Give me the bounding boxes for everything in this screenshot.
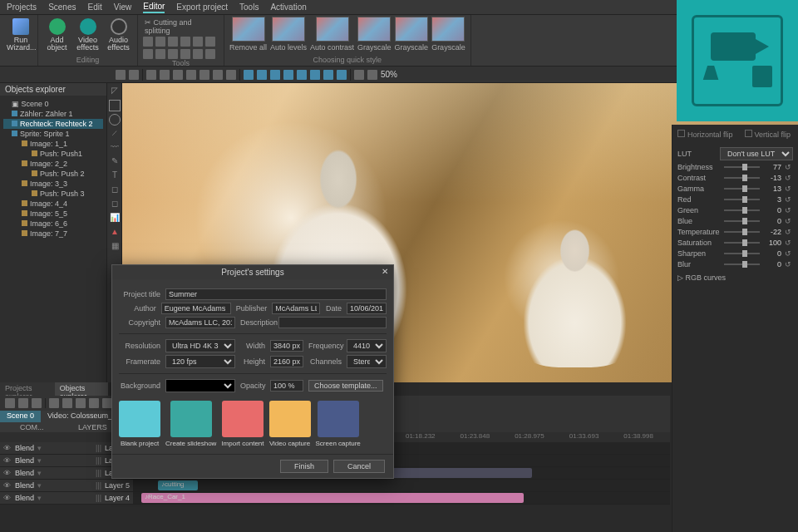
pointer-icon[interactable]: ◸ (109, 86, 121, 97)
reset-icon[interactable]: ↺ (785, 174, 793, 182)
chart-icon[interactable]: 📊 (109, 213, 121, 224)
visibility-icon[interactable]: 👁 (3, 494, 12, 502)
contrast-slider[interactable] (724, 177, 760, 179)
align-icon[interactable] (323, 70, 333, 80)
counter-icon[interactable]: ◻ (109, 199, 121, 210)
visibility-icon[interactable]: 👁 (3, 456, 12, 465)
tree-item[interactable]: Image: 3_3 (3, 179, 103, 189)
timeline-clip[interactable]: ♪cutting (158, 480, 198, 490)
menu-edit[interactable]: Edit (87, 2, 101, 12)
author-input[interactable] (161, 303, 231, 314)
toolbar-icon[interactable] (186, 70, 196, 80)
tool-icon[interactable] (205, 49, 215, 59)
style-thumb[interactable] (232, 17, 265, 42)
tool-icon[interactable] (193, 37, 203, 47)
gamma-slider[interactable] (724, 188, 760, 190)
description-input[interactable] (278, 317, 387, 328)
tool-icon[interactable] (180, 37, 190, 47)
height-input[interactable] (270, 356, 303, 367)
reset-icon[interactable]: ↺ (785, 163, 793, 171)
reset-icon[interactable]: ↺ (785, 185, 793, 193)
pen-icon[interactable]: ✎ (109, 156, 121, 168)
green-slider[interactable] (724, 209, 760, 211)
style-thumb[interactable] (316, 17, 349, 42)
date-input[interactable] (347, 303, 387, 314)
tree-item[interactable]: Zähler: Zähler 1 (3, 109, 103, 119)
tool-icon[interactable] (180, 49, 190, 59)
timeline-clip[interactable]: ♪Race_Car_1 (141, 493, 524, 503)
resolution-select[interactable]: Ultra HD 4K 3840x2160 pixels (16:9) (165, 339, 235, 352)
image-icon[interactable]: ▦ (109, 241, 121, 253)
tool-icon[interactable] (205, 37, 215, 47)
reset-icon[interactable]: ↺ (785, 239, 793, 247)
reset-icon[interactable]: ↺ (785, 217, 793, 225)
tree-item[interactable]: Sprite: Sprite 1 (3, 129, 103, 139)
temperature-slider[interactable] (724, 231, 760, 233)
rect-icon[interactable] (109, 100, 121, 111)
menu-editor[interactable]: Editor (143, 2, 165, 13)
vertical-flip-checkbox[interactable]: Vertical flip (745, 130, 791, 139)
redo-icon[interactable] (129, 70, 139, 80)
timeline-tool-icon[interactable] (49, 398, 59, 408)
publisher-input[interactable] (272, 303, 320, 314)
visibility-icon[interactable]: 👁 (3, 481, 12, 490)
ellipse-icon[interactable] (109, 114, 121, 126)
tree-item[interactable]: Image: 1_1 (3, 139, 103, 149)
template-import-content[interactable]: Import content (221, 401, 264, 447)
timeline-tool-icon[interactable] (5, 398, 15, 408)
close-icon[interactable]: ✕ (382, 267, 388, 276)
tool-icon[interactable] (193, 49, 203, 59)
tree-item[interactable]: Image: 5_5 (3, 209, 103, 219)
reset-icon[interactable]: ↺ (785, 195, 793, 204)
cancel-button[interactable]: Cancel (333, 460, 385, 473)
tree-item[interactable]: Push: Push 2 (3, 169, 103, 179)
tool-icon[interactable] (168, 49, 178, 59)
menu-view[interactable]: View (114, 2, 132, 12)
align-icon[interactable] (283, 70, 293, 80)
width-input[interactable] (270, 340, 303, 352)
lut-select[interactable]: Don't use LUT (720, 147, 793, 160)
toolbar-icon[interactable] (226, 70, 236, 80)
tree-item[interactable]: Image: 2_2 (3, 159, 103, 169)
text-icon[interactable]: T (109, 170, 121, 182)
brightness-slider[interactable] (724, 166, 760, 168)
reset-icon[interactable]: ↺ (785, 249, 793, 258)
timeline-tool-icon[interactable] (76, 398, 86, 408)
sharpen-slider[interactable] (724, 253, 760, 254)
visibility-icon[interactable]: 👁 (3, 469, 12, 477)
style-thumb[interactable] (357, 17, 391, 42)
reset-icon[interactable]: ↺ (785, 260, 793, 268)
tool-icon[interactable] (143, 49, 153, 59)
zoom-value[interactable]: 50% (381, 70, 397, 79)
copyright-input[interactable] (165, 317, 235, 328)
tree-item[interactable]: Push: Push1 (3, 149, 103, 159)
curve-icon[interactable]: 〰 (109, 142, 121, 154)
add-object-button[interactable]: Add object (43, 17, 71, 53)
menu-projects[interactable]: Projects (7, 2, 37, 12)
rgb-curves-section[interactable]: ▷ RGB curves (677, 273, 793, 282)
track-body[interactable]: ♪Race_Car_1 (133, 492, 670, 504)
audio-icon[interactable]: ▲ (109, 227, 121, 239)
menu-scenes[interactable]: Scenes (48, 2, 76, 12)
toolbar-icon[interactable] (160, 70, 170, 80)
project-title-input[interactable] (165, 288, 387, 300)
toolbar-icon[interactable] (367, 70, 377, 80)
template-create-slideshow[interactable]: Create slideshow (165, 401, 216, 447)
template-screen-capture[interactable]: Screen capture (316, 401, 361, 447)
tool-icon[interactable] (168, 37, 178, 47)
line-icon[interactable]: ⟋ (109, 128, 121, 140)
tree-item[interactable]: Rechteck: Rechteck 2 (3, 119, 103, 129)
style-thumb[interactable] (395, 17, 428, 42)
menu-export-project[interactable]: Export project (176, 2, 228, 12)
opacity-input[interactable] (270, 380, 303, 392)
tool-icon[interactable] (155, 49, 165, 59)
tree-item[interactable]: Image: 7_7 (3, 229, 103, 239)
style-thumb[interactable] (431, 17, 465, 42)
menu-activation[interactable]: Activation (270, 2, 306, 12)
blur-slider[interactable] (724, 264, 760, 265)
channels-select[interactable]: Stereo (347, 355, 387, 368)
tree-item[interactable]: Push: Push 3 (3, 189, 103, 199)
video-effects-button[interactable]: Video effects (74, 17, 101, 53)
style-thumb[interactable] (272, 17, 305, 42)
align-icon[interactable] (310, 70, 320, 80)
